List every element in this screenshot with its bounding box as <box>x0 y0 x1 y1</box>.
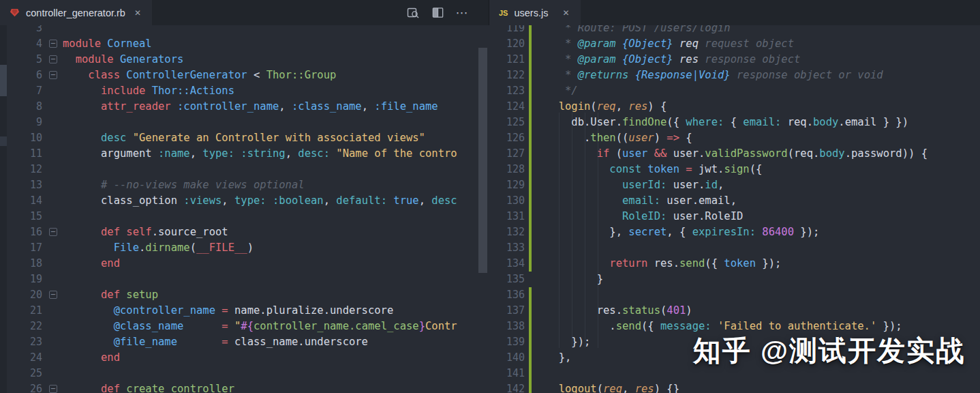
code-line[interactable]: 135 } <box>489 272 980 287</box>
overview-ruler-marker <box>0 136 7 146</box>
code-line[interactable]: 23 @file_name = class_name.underscore <box>7 334 489 350</box>
code-line[interactable]: 5− module Generators <box>7 52 489 68</box>
code-line[interactable]: 17 File.dirname(__FILE__) <box>7 240 489 256</box>
code-line[interactable]: 120 * @param {Object} req request object <box>489 36 980 52</box>
javascript-icon: JS <box>499 9 508 17</box>
code-line[interactable]: 136 <box>489 287 980 303</box>
open-preview-icon[interactable] <box>404 4 422 22</box>
code-line[interactable]: 142 logout(req, res) {} <box>489 381 980 393</box>
code-line[interactable]: 15 <box>7 209 489 224</box>
tab-label: controller_generator.rb <box>26 8 125 18</box>
code-text: @file_name = class_name.underscore <box>63 334 368 350</box>
code-line[interactable]: 132 }, secret, { expiresIn: 86400 }); <box>489 224 980 240</box>
code-text: end <box>63 350 120 366</box>
line-number: 125 <box>493 115 525 130</box>
code-line[interactable]: 134 return res.send({ token }); <box>489 256 980 272</box>
fold-icon[interactable]: − <box>49 291 57 299</box>
watermark: 知乎 @测试开发实战 <box>693 332 965 370</box>
tab-controller-generator-rb[interactable]: controller_generator.rb ✕ <box>0 0 152 25</box>
line-number: 8 <box>11 99 42 115</box>
code-line[interactable]: 121 * @param {Object} res response objec… <box>489 52 980 68</box>
code-line[interactable]: 131 RoleID: user.RoleID <box>489 209 980 224</box>
code-text: login(req, res) { <box>546 99 667 115</box>
code-line[interactable]: 10 desc "Generate an Controller with ass… <box>7 130 489 146</box>
left-editor-pane[interactable]: 34−module Corneal5− module Generators6− … <box>7 25 489 393</box>
code-line[interactable]: 11 argument :name, type: :string, desc: … <box>7 146 489 162</box>
code-line[interactable]: 25 <box>7 366 489 381</box>
code-line[interactable]: 133 <box>489 240 980 256</box>
code-line[interactable]: 18 end <box>7 256 489 272</box>
code-line[interactable]: 7 include Thor::Actions <box>7 83 489 99</box>
code-line[interactable]: 22 @class_name = "#{controller_name.came… <box>7 319 489 334</box>
git-modified-bar <box>529 193 532 209</box>
code-text: def self.source_root <box>63 224 228 240</box>
line-number: 126 <box>493 130 525 146</box>
code-line[interactable]: 19 <box>7 272 489 287</box>
code-text: File.dirname(__FILE__) <box>63 240 254 256</box>
code-line[interactable]: 123 */ <box>489 83 980 99</box>
code-line[interactable]: 26− def create_controller <box>7 381 489 393</box>
editor-actions: ⋯ <box>404 0 489 25</box>
line-number: 25 <box>11 366 42 381</box>
line-number: 132 <box>493 224 525 240</box>
code-line[interactable]: 24 end <box>7 350 489 366</box>
code-line[interactable]: 9 <box>7 115 489 130</box>
code-line[interactable]: 12 <box>7 162 489 177</box>
git-modified-bar <box>529 52 532 68</box>
code-line[interactable]: 127 if (user && user.validPassword(req.b… <box>489 146 980 162</box>
git-modified-bar <box>529 381 532 393</box>
fold-icon[interactable]: − <box>49 40 57 48</box>
git-modified-bar <box>529 36 532 52</box>
code-text: const token = jwt.sign({ <box>546 162 762 177</box>
code-line[interactable]: 14 class_option :views, type: :boolean, … <box>7 193 489 209</box>
close-icon[interactable]: ✕ <box>560 7 572 19</box>
code-line[interactable]: 130 email: user.email, <box>489 193 980 209</box>
code-line[interactable]: 119 * Route: POST /users/login <box>489 25 980 36</box>
code-line[interactable]: 13 # --no-views make views optional <box>7 177 489 193</box>
line-number: 23 <box>11 334 42 350</box>
line-number: 136 <box>493 287 525 303</box>
split-editor-icon[interactable] <box>429 4 446 22</box>
fold-icon[interactable]: − <box>49 228 57 236</box>
code-line[interactable]: 6− class ControllerGenerator < Thor::Gro… <box>7 68 489 83</box>
code-text: }); <box>546 334 590 350</box>
code-line[interactable]: 4−module Corneal <box>7 36 489 52</box>
code-line[interactable]: 122 * @returns {Response|Void} response … <box>489 68 980 83</box>
code-line[interactable]: 3 <box>7 25 489 36</box>
fold-icon[interactable]: − <box>49 71 57 79</box>
code-text: attr_reader :controller_name, :class_nam… <box>63 99 438 115</box>
line-number: 9 <box>11 115 42 130</box>
git-modified-bar <box>529 224 532 240</box>
git-modified-bar <box>529 350 532 366</box>
code-line[interactable]: 16− def self.source_root <box>7 224 489 240</box>
code-line[interactable]: 20− def setup <box>7 287 489 303</box>
line-number: 122 <box>493 68 525 83</box>
line-number: 124 <box>493 99 525 115</box>
line-number: 123 <box>493 83 525 99</box>
line-number: 134 <box>493 256 525 272</box>
line-number: 127 <box>493 146 525 162</box>
code-text: def create_controller <box>63 381 234 393</box>
line-number: 18 <box>11 256 42 272</box>
line-number: 19 <box>11 272 42 287</box>
line-number: 140 <box>493 350 525 366</box>
left-editor-scrollbar[interactable] <box>478 48 487 273</box>
line-number: 20 <box>11 287 42 303</box>
close-icon[interactable]: ✕ <box>132 7 144 19</box>
code-line[interactable]: 129 userId: user.id, <box>489 177 980 193</box>
git-modified-bar <box>529 177 532 193</box>
code-line[interactable]: 124 login(req, res) { <box>489 99 980 115</box>
tab-users-js[interactable]: JS users.js ✕ <box>489 0 581 25</box>
line-number: 121 <box>493 52 525 68</box>
code-line[interactable]: 126 .then((user) => { <box>489 130 980 146</box>
code-line[interactable]: 125 db.User.findOne({ where: { email: re… <box>489 115 980 130</box>
fold-icon[interactable]: − <box>49 385 57 393</box>
code-line[interactable]: 128 const token = jwt.sign({ <box>489 162 980 177</box>
fold-icon[interactable]: − <box>49 55 57 63</box>
code-line[interactable]: 137 res.status(401) <box>489 303 980 319</box>
more-actions-icon[interactable]: ⋯ <box>453 4 471 22</box>
line-number: 6 <box>11 68 42 83</box>
code-line[interactable]: 8 attr_reader :controller_name, :class_n… <box>7 99 489 115</box>
code-line[interactable]: 21 @controller_name = name.pluralize.und… <box>7 303 489 319</box>
code-text: return res.send({ token }); <box>546 256 781 272</box>
